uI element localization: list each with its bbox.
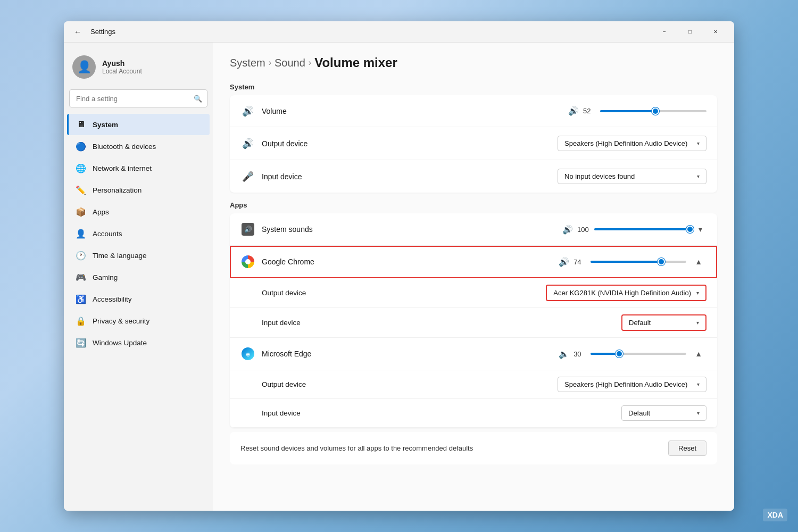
apps-icon: 📦 xyxy=(76,206,86,217)
system-sounds-value: 100 xyxy=(577,226,590,234)
gaming-icon: 🎮 xyxy=(76,272,86,282)
edge-input-row: Input device Default ▾ xyxy=(230,399,717,428)
input-device-chevron: ▾ xyxy=(697,173,700,179)
apps-card: 🔊 System sounds 🔊 100 ▾ xyxy=(230,213,717,428)
user-account-type: Local Account xyxy=(102,68,142,75)
edge-input-dropdown[interactable]: Default ▾ xyxy=(621,405,706,421)
sidebar-item-label: Accessibility xyxy=(93,295,132,303)
edge-output-chevron: ▾ xyxy=(697,381,700,387)
avatar: 👤 xyxy=(72,55,96,79)
system-sounds-label: System sounds xyxy=(255,225,562,234)
system-sounds-slider[interactable] xyxy=(594,228,690,230)
output-device-chevron: ▾ xyxy=(697,140,700,146)
sidebar-item-label: Apps xyxy=(93,208,109,216)
sidebar-item-label: Time & language xyxy=(93,252,147,260)
search-icon: 🔍 xyxy=(194,95,202,103)
sidebar-item-privacy[interactable]: 🔒 Privacy & security xyxy=(67,310,210,331)
input-device-dropdown[interactable]: No input devices found ▾ xyxy=(558,169,706,184)
sidebar-item-label: System xyxy=(93,121,118,129)
input-device-value: No input devices found xyxy=(564,172,635,180)
breadcrumb-sound[interactable]: Sound xyxy=(275,57,305,69)
edge-volume-value: 30 xyxy=(573,350,586,358)
chrome-input-row: Input device Default ▾ xyxy=(230,308,717,338)
sidebar-item-accounts[interactable]: 👤 Accounts xyxy=(67,223,210,244)
breadcrumb-sep1: › xyxy=(269,58,271,68)
sidebar-item-label: Bluetooth & devices xyxy=(93,143,156,151)
breadcrumb-sep2: › xyxy=(309,58,311,68)
user-name: Ayush xyxy=(102,59,142,68)
system-icon: 🖥 xyxy=(76,119,86,130)
sidebar-item-update[interactable]: 🔄 Windows Update xyxy=(67,332,210,353)
accessibility-icon: ♿ xyxy=(76,294,86,304)
volume-value: 52 xyxy=(583,107,596,115)
output-device-icon: 🔊 xyxy=(240,138,255,149)
system-sounds-expand[interactable]: ▾ xyxy=(694,223,706,236)
edge-icon-container: e xyxy=(240,346,255,361)
volume-control: 🔊 52 xyxy=(568,106,706,116)
sidebar-item-bluetooth[interactable]: 🔵 Bluetooth & devices xyxy=(67,136,210,157)
edge-input-chevron: ▾ xyxy=(697,410,700,416)
edge-volume-control: 🔈 30 ▲ xyxy=(559,347,706,360)
sidebar-item-system[interactable]: 🖥 System xyxy=(67,114,210,135)
sidebar-item-accessibility[interactable]: ♿ Accessibility xyxy=(67,288,210,310)
window-controls: − □ ✕ xyxy=(652,24,728,40)
privacy-icon: 🔒 xyxy=(76,315,86,326)
edge-collapse-btn[interactable]: ▲ xyxy=(691,347,706,360)
sidebar: 👤 Ayush Local Account 🔍 🖥 System 🔵 Bluet… xyxy=(64,43,213,511)
chrome-output-dropdown[interactable]: Acer KG281K (NVIDIA High Definition Audi… xyxy=(546,285,706,301)
system-sounds-speaker: 🔊 xyxy=(562,225,573,235)
volume-row: 🔊 Volume 🔊 52 xyxy=(230,95,717,127)
close-button[interactable]: ✕ xyxy=(703,24,728,40)
system-sounds-control: 🔊 100 ▾ xyxy=(562,223,706,236)
sidebar-item-label: Accounts xyxy=(93,230,122,238)
chrome-collapse-btn[interactable]: ▲ xyxy=(691,255,706,268)
chrome-input-dropdown[interactable]: Default ▾ xyxy=(621,314,706,331)
chrome-row: Google Chrome 🔊 74 ▲ xyxy=(230,246,717,278)
search-box[interactable]: 🔍 xyxy=(69,89,207,107)
back-button[interactable]: ← xyxy=(70,24,85,39)
personalization-icon: ✏️ xyxy=(76,185,86,195)
breadcrumb-system[interactable]: System xyxy=(230,57,265,69)
system-sounds-row: 🔊 System sounds 🔊 100 ▾ xyxy=(230,213,717,246)
output-device-row: 🔊 Output device Speakers (High Definitio… xyxy=(230,127,717,160)
system-card: 🔊 Volume 🔊 52 🔊 Output device xyxy=(230,95,717,193)
volume-label: Volume xyxy=(255,107,568,115)
reset-button[interactable]: Reset xyxy=(668,440,706,456)
sidebar-item-network[interactable]: 🌐 Network & internet xyxy=(67,157,210,179)
edge-output-row: Output device Speakers (High Definition … xyxy=(230,370,717,399)
input-device-row: 🎤 Input device No input devices found ▾ xyxy=(230,160,717,193)
chrome-output-value: Acer KG281K (NVIDIA High Definition Audi… xyxy=(553,289,691,297)
search-input[interactable] xyxy=(69,89,207,107)
chrome-volume-slider[interactable] xyxy=(591,261,686,263)
maximize-button[interactable]: □ xyxy=(678,24,702,40)
volume-slider[interactable] xyxy=(600,110,706,112)
output-device-dropdown[interactable]: Speakers (High Definition Audio Device) … xyxy=(558,136,706,151)
input-device-label: Input device xyxy=(255,172,558,181)
output-device-label: Output device xyxy=(255,139,558,148)
chrome-output-chevron: ▾ xyxy=(696,290,699,296)
chrome-input-label: Input device xyxy=(262,319,621,327)
chrome-output-label: Output device xyxy=(262,289,546,297)
chrome-label: Google Chrome xyxy=(255,257,559,266)
output-device-value: Speakers (High Definition Audio Device) xyxy=(564,139,687,147)
title-bar-title: Settings xyxy=(90,28,115,36)
sidebar-item-personalization[interactable]: ✏️ Personalization xyxy=(67,179,210,201)
chrome-input-chevron: ▾ xyxy=(696,320,699,326)
edge-output-dropdown[interactable]: Speakers (High Definition Audio Device) … xyxy=(558,377,706,392)
sidebar-item-apps[interactable]: 📦 Apps xyxy=(67,201,210,222)
user-profile: 👤 Ayush Local Account xyxy=(64,47,213,89)
vol-speaker-icon: 🔊 xyxy=(568,106,579,116)
edge-input-label: Input device xyxy=(262,409,621,417)
edge-output-label: Output device xyxy=(262,380,558,388)
update-icon: 🔄 xyxy=(76,337,86,348)
title-bar: ← Settings − □ ✕ xyxy=(64,21,734,43)
sidebar-item-time[interactable]: 🕐 Time & language xyxy=(67,245,210,266)
sidebar-item-gaming[interactable]: 🎮 Gaming xyxy=(67,267,210,288)
chrome-volume-control: 🔊 74 ▲ xyxy=(559,255,706,268)
edge-volume-slider[interactable] xyxy=(591,353,686,355)
minimize-button[interactable]: − xyxy=(652,24,677,40)
volume-icon: 🔊 xyxy=(240,105,255,117)
chrome-volume-value: 74 xyxy=(573,258,586,266)
sidebar-item-label: Gaming xyxy=(93,273,118,281)
network-icon: 🌐 xyxy=(76,163,86,173)
